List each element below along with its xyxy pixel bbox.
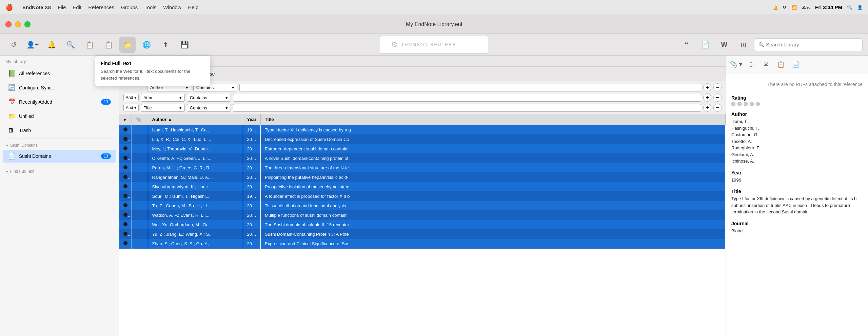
table-row[interactable]: Ranganathan, S.; Male, D. A.... 2000 Pin… xyxy=(119,173,726,182)
rating-dots[interactable] xyxy=(731,102,863,106)
journal-field-value: Blood xyxy=(731,228,863,234)
find-full-text-section[interactable]: ▼ Find Full Text xyxy=(0,166,119,175)
author-contains-chevron: ▾ xyxy=(232,85,234,90)
menu-help[interactable]: Help xyxy=(188,4,199,10)
apple-menu[interactable]: 🍎 xyxy=(5,4,13,11)
author-remove-row-button[interactable]: − xyxy=(713,83,722,91)
title-field-select[interactable]: Title ▾ xyxy=(141,104,185,112)
row-clip xyxy=(132,230,148,239)
table-row[interactable]: Souri, M.; Izumi, T.; Higashi,... 1998 A… xyxy=(119,192,726,201)
col-header-author[interactable]: Author ▲ xyxy=(148,114,243,125)
table-row[interactable]: Tu, Z.; Cohen, M.; Bu, H.; Li.... 2010 T… xyxy=(119,201,726,211)
row-title: A novel Sushi domain-containing protein … xyxy=(260,154,725,163)
rating-dot-1[interactable] xyxy=(731,102,735,106)
menu-references[interactable]: References xyxy=(88,4,114,10)
rating-dot-3[interactable] xyxy=(744,102,748,106)
col-header-title[interactable]: Title xyxy=(260,114,725,125)
minimize-button[interactable] xyxy=(15,21,21,27)
row-clip xyxy=(132,182,148,192)
year-connector-select[interactable]: And ▾ xyxy=(123,94,139,101)
table-row[interactable]: Moy, I.; Todorovic, V.; Dubas... 2015 Es… xyxy=(119,144,726,154)
unfiled-label: Unfiled xyxy=(19,113,111,119)
find-text-button[interactable]: 🔍 xyxy=(62,37,79,53)
app-name[interactable]: EndNote X8 xyxy=(22,4,51,10)
close-button[interactable] xyxy=(5,21,12,27)
table-row[interactable]: Watson, A. P.; Evans, R. L.;... 2013 Mul… xyxy=(119,211,726,220)
web-search-button[interactable]: 🌐 xyxy=(138,37,155,53)
rating-dot-4[interactable] xyxy=(750,102,754,106)
sidebar-item-recently-added[interactable]: 📅 Recently Added 13 xyxy=(3,96,116,108)
row-title: Multiple functions of sushi domain conta… xyxy=(260,211,725,220)
table-row[interactable]: Liu, X. R.; Cai, C. X.; Luo, L.... 2016 … xyxy=(119,135,726,144)
row-clip xyxy=(132,144,148,154)
table-row[interactable]: Izumi, T.; Hashiguchi, T.; Ca... 1996 Ty… xyxy=(119,125,726,135)
title-connector-select[interactable]: And ▾ xyxy=(123,104,139,111)
user-icon[interactable]: 👤 xyxy=(857,5,863,10)
author-add-row-button[interactable]: + xyxy=(703,83,711,91)
menu-tools[interactable]: Tools xyxy=(144,4,156,10)
open-reference-button[interactable]: ⬡ xyxy=(745,58,757,70)
table-row[interactable]: Yu, Z.; Jiang, E.; Wang, X.; S... 2015 S… xyxy=(119,230,726,239)
rating-label: Rating xyxy=(731,95,863,101)
thomson-gear-icon: ⚙ xyxy=(391,40,398,49)
sync-button[interactable]: ↺ xyxy=(5,37,22,53)
menu-window[interactable]: Window xyxy=(163,4,181,10)
sidebar-item-trash[interactable]: 🗑 Trash xyxy=(3,124,116,136)
notifications-button[interactable]: 🔔 xyxy=(43,37,60,53)
export-button[interactable]: ⬆ xyxy=(157,37,174,53)
table-row[interactable]: Perrin, M. H.; Grace, C. R.; R.... 2006 … xyxy=(119,163,726,173)
rating-dot-2[interactable] xyxy=(737,102,742,106)
menu-edit[interactable]: Edit xyxy=(73,4,81,10)
attach-file-button[interactable]: 📎 ▾ xyxy=(730,58,742,70)
maximize-button[interactable] xyxy=(24,21,31,27)
menu-file[interactable]: File xyxy=(58,4,66,10)
year-remove-row-button[interactable]: − xyxy=(713,93,722,102)
year-search-input[interactable] xyxy=(233,94,701,102)
row-author: Tu, Z.; Cohen, M.; Bu, H.; Li.... xyxy=(148,201,243,211)
sidebar-item-sushi-domains[interactable]: 📄 Sushi Domains 13 xyxy=(3,150,116,163)
year-field-select[interactable]: Year ▾ xyxy=(141,94,185,102)
folder-button[interactable]: 📁 xyxy=(119,37,136,53)
table-row[interactable]: Zhao, S.; Chen, S. S.; Gu, Y.;... 2015 E… xyxy=(119,239,726,249)
title-remove-row-button[interactable]: − xyxy=(713,104,722,112)
title-contains-select[interactable]: Contains ▾ xyxy=(187,104,231,112)
sushi-domains-label: Sushi Domains xyxy=(19,153,98,159)
col-header-year[interactable]: Year xyxy=(243,114,260,125)
rating-dot-5[interactable] xyxy=(756,102,760,106)
row-dot xyxy=(119,239,132,249)
references-table: ● 📎 Author ▲ Year Title Izumi, T.; Hashi… xyxy=(119,114,726,249)
word-button[interactable]: W xyxy=(716,37,732,53)
row-author: Souri, M.; Izumi, T.; Higashi,... xyxy=(148,192,243,201)
year-contains-select[interactable]: Contains ▾ xyxy=(187,94,231,102)
search-icon[interactable]: 🔍 xyxy=(847,5,852,10)
paste-reference-button[interactable]: 📄 xyxy=(790,58,802,70)
search-library-input[interactable] xyxy=(766,42,858,47)
row-year: 2015 xyxy=(243,239,260,249)
row-author: Wei, Xq; Orchardson, M.; Gr... xyxy=(148,220,243,230)
sidebar-item-unfiled[interactable]: 📁 Unfiled xyxy=(3,110,116,123)
new-ref-button[interactable]: 📋 xyxy=(81,37,98,53)
title-add-row-button[interactable]: + xyxy=(703,104,711,112)
sushi-domains-section[interactable]: ▼ Sushi Domains xyxy=(0,140,119,149)
insert-citation-button[interactable]: 📄 xyxy=(697,37,713,53)
save-button[interactable]: 💾 xyxy=(176,37,193,53)
layout-button[interactable]: ⊞ xyxy=(735,37,751,53)
title-search-input[interactable] xyxy=(233,104,701,112)
year-add-row-button[interactable]: + xyxy=(703,93,711,102)
row-author: Ranganathan, S.; Male, D. A.... xyxy=(148,173,243,182)
window-controls xyxy=(5,21,31,27)
cite-button[interactable]: ❝ xyxy=(678,37,694,53)
toolbar-right: ❝ 📄 W ⊞ 🔍 xyxy=(678,37,863,53)
copy-reference-button[interactable]: 📋 xyxy=(775,58,787,70)
sync-icon: ⟳ xyxy=(783,5,787,10)
add-reference-button[interactable]: 👤+ xyxy=(24,37,41,53)
insert-ref-button[interactable]: 📋 xyxy=(100,37,117,53)
table-row[interactable]: O'Keeffe, A. H.; Green, J. L.;... 2005 A… xyxy=(119,154,726,163)
email-reference-button[interactable]: ✉ xyxy=(760,58,772,70)
table-row[interactable]: Wei, Xq; Orchardson, M.; Gr... 2001 The … xyxy=(119,220,726,230)
author-search-input[interactable] xyxy=(239,84,701,91)
row-author: Yu, Z.; Jiang, E.; Wang, X.; S... xyxy=(148,230,243,239)
table-row[interactable]: Sivasubramaniyan, K.; Haric... 2013 Pros… xyxy=(119,182,726,192)
row-year: 2015 xyxy=(243,144,260,154)
menu-groups[interactable]: Groups xyxy=(121,4,138,10)
